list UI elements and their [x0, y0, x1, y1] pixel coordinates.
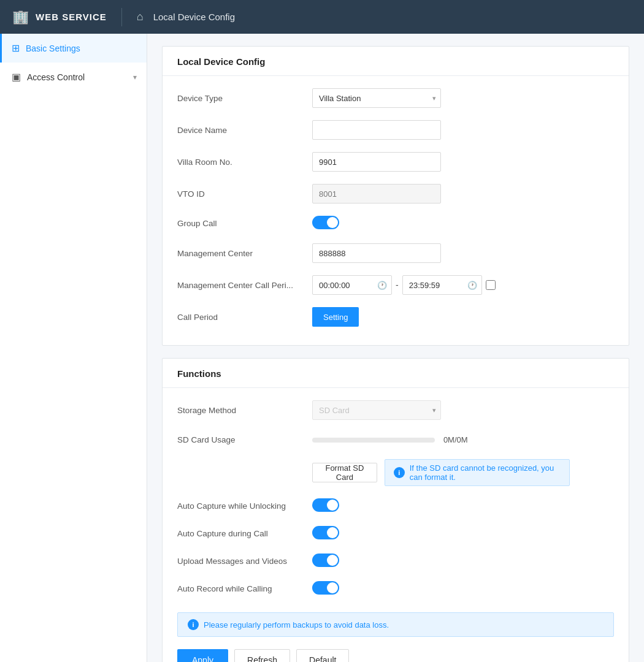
home-icon[interactable]: ⌂: [137, 10, 144, 23]
villa-room-label: Villa Room No.: [177, 158, 312, 167]
sd-usage-bar: [312, 438, 435, 443]
auto-record-control: [312, 581, 570, 596]
info-circle-icon: i: [394, 467, 405, 478]
time-end-input[interactable]: [402, 275, 482, 295]
sd-format-row: Format SD Card i If the SD card cannot b…: [312, 459, 570, 486]
storage-method-select[interactable]: SD Card: [312, 400, 441, 420]
auto-capture-call-slider: [312, 526, 339, 539]
group-call-toggle[interactable]: [312, 216, 339, 229]
device-type-select-wrapper: Villa Station ▾: [312, 88, 441, 108]
villa-room-input[interactable]: [312, 152, 441, 172]
sd-info-box: i If the SD card cannot be recognized, y…: [385, 459, 570, 486]
app-name: WEB SERVICE: [36, 12, 107, 22]
auto-record-slider: [312, 581, 339, 595]
device-type-select[interactable]: Villa Station: [312, 88, 441, 108]
header: 🏢 WEB SERVICE ⌂ Local Device Config: [0, 0, 644, 34]
sidebar-label-basic-settings: Basic Settings: [26, 44, 80, 53]
time-start-input[interactable]: [312, 275, 392, 295]
sd-usage-value: 0M/0M: [443, 435, 468, 444]
device-type-control: Villa Station ▾: [312, 88, 570, 108]
time-period-checkbox[interactable]: [486, 280, 496, 290]
main-content: Local Device Config Device Type Villa St…: [147, 34, 644, 662]
format-sd-row: Format SD Card i If the SD card cannot b…: [163, 453, 629, 492]
auto-record-row: Auto Record while Calling: [163, 575, 629, 603]
functions-card: Functions Storage Method SD Card ▾ SD Ca…: [162, 358, 629, 662]
storage-method-label: Storage Method: [177, 406, 312, 415]
sidebar-item-basic-settings[interactable]: ⊞ Basic Settings: [0, 34, 147, 63]
page-title: Local Device Config: [153, 12, 235, 22]
grid-icon: ⊞: [12, 42, 20, 54]
time-separator: -: [396, 280, 399, 290]
vto-id-row: VTO ID: [163, 178, 629, 210]
auto-capture-unlock-toggle[interactable]: [312, 498, 339, 512]
sidebar-item-access-control[interactable]: ▣ Access Control ▾: [0, 63, 147, 91]
auto-capture-unlock-slider: [312, 498, 339, 512]
auto-capture-call-toggle[interactable]: [312, 526, 339, 539]
format-sd-control: Format SD Card i If the SD card cannot b…: [312, 459, 570, 486]
mgmt-call-period-row: Management Center Call Peri... 🕐 - 🕐: [163, 269, 629, 301]
header-divider: [121, 8, 122, 26]
access-icon: ▣: [12, 71, 21, 83]
call-period-row: Call Period Setting: [163, 301, 629, 333]
upload-messages-label: Upload Messages and Videos: [177, 557, 312, 566]
group-call-slider: [312, 216, 339, 229]
vto-id-input[interactable]: [312, 184, 441, 204]
sidebar: ⊞ Basic Settings ▣ Access Control ▾: [0, 34, 147, 662]
storage-method-control: SD Card ▾: [312, 400, 570, 420]
vto-id-control: [312, 184, 570, 204]
storage-method-row: Storage Method SD Card ▾: [163, 394, 629, 426]
device-name-control: [312, 120, 570, 140]
auto-capture-call-row: Auto Capture during Call: [163, 520, 629, 547]
sd-info-text: If the SD card cannot be recognized, you…: [410, 463, 561, 482]
auto-capture-call-control: [312, 526, 570, 541]
auto-record-toggle[interactable]: [312, 581, 339, 595]
app-logo: 🏢 WEB SERVICE: [12, 9, 107, 25]
setting-button[interactable]: Setting: [312, 307, 359, 327]
device-name-label: Device Name: [177, 126, 312, 135]
upload-messages-row: Upload Messages and Videos: [163, 547, 629, 575]
local-device-config-title: Local Device Config: [163, 47, 629, 76]
auto-capture-unlock-control: [312, 498, 570, 514]
group-call-label: Group Call: [177, 219, 312, 228]
building-icon: 🏢: [12, 9, 29, 25]
group-call-control: [312, 216, 570, 231]
mgmt-call-period-label: Management Center Call Peri...: [177, 281, 312, 290]
notice-box: i Please regularly perform backups to av…: [177, 612, 614, 637]
call-period-label: Call Period: [177, 313, 312, 322]
notice-text: Please regularly perform backups to avoi…: [204, 620, 389, 630]
sidebar-label-access-control: Access Control: [27, 72, 85, 82]
app-layout: ⊞ Basic Settings ▣ Access Control ▾ Loca…: [0, 34, 644, 662]
device-type-row: Device Type Villa Station ▾: [163, 82, 629, 114]
sd-card-usage-label: SD Card Usage: [177, 435, 312, 444]
notice-info-icon: i: [188, 619, 199, 630]
time-end-wrap: 🕐: [402, 275, 482, 295]
sd-card-usage-control: 0M/0M: [312, 435, 570, 444]
refresh-button[interactable]: Refresh: [234, 649, 290, 662]
mgmt-call-period-control: 🕐 - 🕐: [312, 275, 570, 295]
management-center-input[interactable]: [312, 243, 441, 263]
bottom-actions: Apply Refresh Default: [163, 637, 629, 662]
chevron-down-icon: ▾: [133, 73, 137, 82]
functions-title: Functions: [163, 359, 629, 388]
vto-id-label: VTO ID: [177, 189, 312, 199]
sd-card-usage-row: SD Card Usage 0M/0M: [163, 426, 629, 453]
auto-capture-unlock-row: Auto Capture while Unlocking: [163, 492, 629, 520]
upload-messages-slider: [312, 554, 339, 567]
device-name-row: Device Name: [163, 114, 629, 146]
auto-capture-call-label: Auto Capture during Call: [177, 529, 312, 538]
management-center-control: [312, 243, 570, 263]
storage-method-select-wrapper: SD Card ▾: [312, 400, 441, 420]
format-sd-button[interactable]: Format SD Card: [312, 463, 377, 482]
device-name-input[interactable]: [312, 120, 441, 140]
time-row: 🕐 - 🕐: [312, 275, 570, 295]
villa-room-control: [312, 152, 570, 172]
auto-record-label: Auto Record while Calling: [177, 584, 312, 593]
group-call-row: Group Call: [163, 210, 629, 237]
default-button[interactable]: Default: [296, 649, 349, 662]
auto-capture-unlock-label: Auto Capture while Unlocking: [177, 501, 312, 511]
management-center-label: Management Center: [177, 249, 312, 258]
call-period-control: Setting: [312, 307, 570, 327]
apply-button[interactable]: Apply: [177, 649, 228, 662]
upload-messages-toggle[interactable]: [312, 554, 339, 567]
upload-messages-control: [312, 554, 570, 569]
